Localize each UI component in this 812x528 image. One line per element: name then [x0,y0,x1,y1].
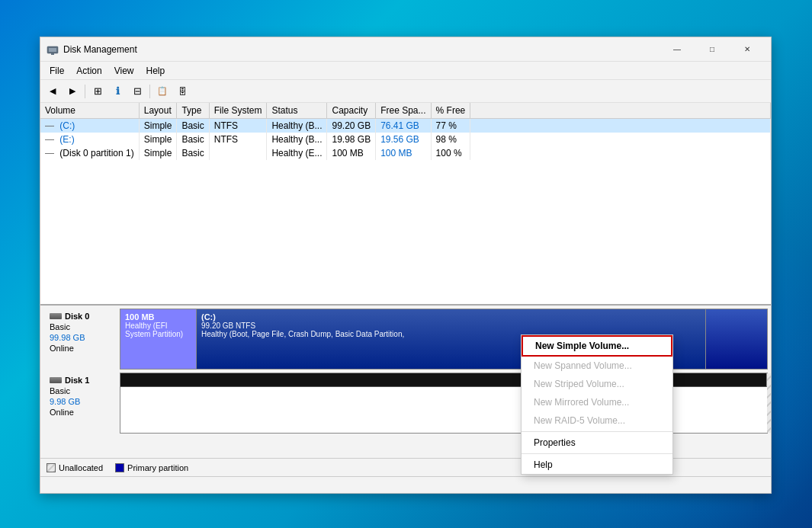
cell-volume: — (Disk 0 partition 1) [40,146,139,160]
cell-layout: Simple [139,119,177,133]
efi-size: 100 MB [125,312,191,322]
ctx-new-striped-volume: New Striped Volume... [522,375,672,393]
disk-0-partition-efi[interactable]: 100 MB Healthy (EFI System Partition) [120,309,197,369]
c-drive-label: (C:) [201,312,701,322]
ctx-new-simple-volume[interactable]: New Simple Volume... [522,335,672,357]
cell-volume: — (E:) [40,133,139,146]
window-title: Disk Management [63,44,660,55]
disk-0-label: Disk 0 Basic 99.98 GB Online [43,309,120,370]
toolbar: ◀ ▶ ⊞ ℹ ⊟ 📋 🗄 [40,80,771,103]
cell-capacity: 99.20 GB [327,119,376,133]
close-button[interactable]: ✕ [730,37,765,62]
delete-button[interactable]: ⊟ [128,83,146,100]
back-button[interactable]: ◀ [43,83,62,100]
cell-layout: Simple [139,146,177,160]
col-header-capacity[interactable]: Capacity [327,103,376,119]
disk-0-type: Basic [50,322,114,331]
disk-1-type: Basic [50,386,114,395]
disk-1-name: Disk 1 [50,376,114,385]
properties-button[interactable]: ⊞ [88,83,107,100]
cell-filesystem: NTFS [209,133,267,146]
toolbar-separator-1 [85,85,85,98]
table-row[interactable]: — (C:) Simple Basic NTFS Healthy (B... 9… [40,119,771,133]
status-bar [40,476,771,493]
volume-table-area: Volume Layout Type File System Status Ca… [40,103,771,306]
disk-management-window: Disk Management — □ ✕ File Action View H… [40,37,772,494]
disk-1-unallocated[interactable]: 9.98 GB Unallocated [767,373,771,433]
cell-volume: — (C:) [40,119,139,133]
ctx-new-raid5-volume: New RAID-5 Volume... [522,411,672,430]
cell-capacity: 19.98 GB [327,133,376,146]
cell-pctfree: 77 % [431,119,470,133]
col-header-type[interactable]: Type [177,103,209,119]
menu-help[interactable]: Help [140,64,172,78]
title-bar-controls: — □ ✕ [660,37,765,62]
legend-primary: Primary partition [115,463,188,472]
cell-status: Healthy (B... [267,119,327,133]
cell-capacity: 100 MB [327,146,376,160]
menu-action[interactable]: Action [70,64,108,78]
col-header-filesystem[interactable]: File System [209,103,267,119]
col-header-extra [470,103,771,119]
col-header-percentfree[interactable]: % Free [431,103,470,119]
maximize-button[interactable]: □ [695,37,730,62]
legend-primary-box [115,463,124,472]
efi-label: Healthy (EFI System Partition) [125,322,191,338]
disk-1-status: Online [50,408,114,417]
volume-table: Volume Layout Type File System Status Ca… [40,103,771,160]
disk-0-size: 99.98 GB [50,333,114,342]
cell-pctfree: 100 % [431,146,470,160]
title-bar: Disk Management — □ ✕ [40,37,771,62]
disk-1-icon [50,377,62,383]
ctx-new-mirrored-volume: New Mirrored Volume... [522,393,672,411]
col-header-status[interactable]: Status [267,103,327,119]
ctx-help[interactable]: Help [522,456,672,474]
c-drive-size: 99.20 GB NTFS [201,322,701,330]
cell-type: Basic [177,146,209,160]
cell-freespace: 100 MB [376,146,431,160]
disk-0-status: Online [50,344,114,353]
svg-rect-2 [51,53,54,55]
cell-pctfree: 98 % [431,133,470,146]
ctx-separator-2 [522,453,672,454]
table-row[interactable]: — (Disk 0 partition 1) Simple Basic Heal… [40,146,771,160]
cell-status: Healthy (B... [267,133,327,146]
ctx-properties[interactable]: Properties [522,434,672,452]
cell-filesystem: NTFS [209,119,267,133]
legend-unalloc-box [47,463,56,472]
disk-1-label: Disk 1 Basic 9.98 GB Online [43,373,120,434]
cell-freespace: 19.56 GB [376,133,431,146]
minimize-button[interactable]: — [660,37,695,62]
window-icon [47,43,59,56]
format-button[interactable]: 📋 [153,83,172,100]
disk-1-size: 9.98 GB [50,397,114,406]
legend-unalloc-label: Unallocated [59,463,103,472]
col-header-layout[interactable]: Layout [139,103,177,119]
legend-unallocated: Unallocated [47,463,103,472]
disk-0-name: Disk 0 [50,312,114,321]
info-button[interactable]: ℹ [108,83,127,100]
forward-button[interactable]: ▶ [63,83,82,100]
legend-primary-label: Primary partition [127,463,188,472]
col-header-freespace[interactable]: Free Spa... [376,103,431,119]
cell-type: Basic [177,133,209,146]
diskpart-button[interactable]: 🗄 [173,83,191,100]
menu-bar: File Action View Help [40,62,771,80]
cell-filesystem [209,146,267,160]
svg-rect-1 [49,48,56,52]
cell-status: Healthy (E... [267,146,327,160]
ctx-new-spanned-volume: New Spanned Volume... [522,357,672,375]
menu-view[interactable]: View [108,64,140,78]
cell-layout: Simple [139,133,177,146]
context-menu: New Simple Volume... New Spanned Volume.… [521,334,673,475]
menu-file[interactable]: File [43,64,70,78]
cell-freespace: 76.41 GB [376,119,431,133]
disk-0-icon [50,313,62,319]
table-row[interactable]: — (E:) Simple Basic NTFS Healthy (B... 1… [40,133,771,146]
toolbar-separator-2 [149,85,150,98]
disk-0-partition-right[interactable] [706,309,767,369]
cell-type: Basic [177,119,209,133]
ctx-separator-1 [522,431,672,432]
col-header-volume[interactable]: Volume [40,103,139,119]
